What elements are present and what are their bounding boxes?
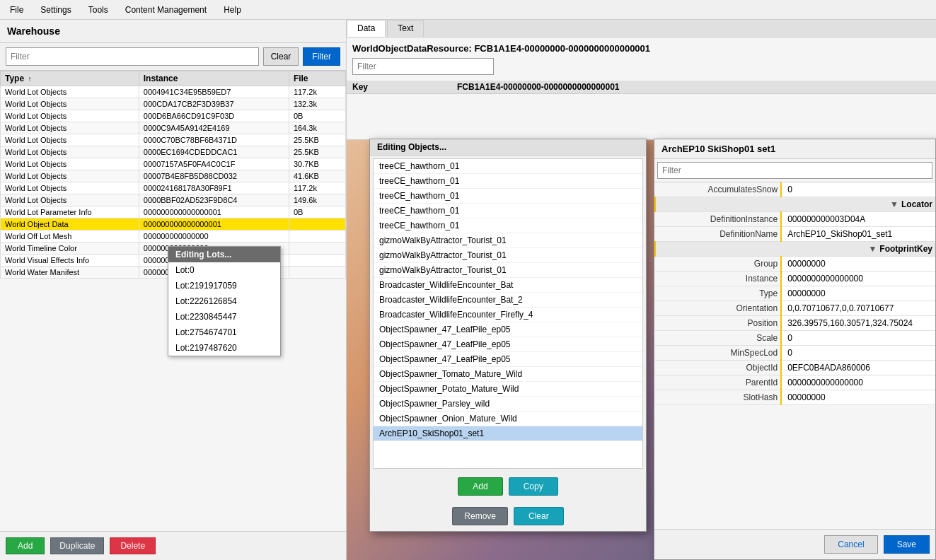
property-row: SlotHash00000000 <box>655 390 935 405</box>
table-row[interactable]: World Lot Objects0000EC1694CDEDDCAC125.5… <box>1 146 346 158</box>
data-table-header: Key FCB1A1E4-00000000-0000000000000001 <box>347 81 936 94</box>
key-col-header: Key <box>352 82 451 92</box>
warehouse-filter-input[interactable] <box>6 47 259 66</box>
table-row[interactable]: World Lot Objects00007B4E8FB5D88CD03241.… <box>1 170 346 182</box>
warehouse-buttons: Add Duplicate Delete <box>0 531 346 560</box>
table-row[interactable]: World Lot Objects000024168178A30F89F1117… <box>1 182 346 194</box>
list-item[interactable]: ObjectSpawner_Onion_Mature_Wild <box>374 412 642 426</box>
properties-bottom: Cancel Save <box>654 529 935 559</box>
list-item[interactable]: ArchEP10_SkiShop01_set1 <box>374 426 642 441</box>
context-menu-item-5[interactable]: Lot:2197487620 <box>168 340 280 356</box>
context-menu-item-4[interactable]: Lot:2754674701 <box>168 325 280 340</box>
editing-clear-button[interactable]: Clear <box>514 507 564 525</box>
property-row: ▼Locator <box>655 197 935 212</box>
list-item[interactable]: ObjectSpawner_47_LeafPile_ep05 <box>374 337 642 352</box>
warehouse-add-button[interactable]: Add <box>6 537 45 554</box>
col-type[interactable]: Type ↑ <box>1 71 139 86</box>
tab-text[interactable]: Text <box>387 20 424 37</box>
warehouse-title: Warehouse <box>0 20 346 43</box>
properties-cancel-button[interactable]: Cancel <box>824 535 877 554</box>
menu-content-management[interactable]: Content Management <box>121 4 211 16</box>
list-item[interactable]: ObjectSpawner_47_LeafPile_ep05 <box>374 322 642 337</box>
data-panel: Data Text WorldObjectDataResource: FCB1A… <box>347 20 936 140</box>
col-instance[interactable]: Instance <box>139 71 289 86</box>
properties-filter-input[interactable] <box>657 162 932 179</box>
menu-file[interactable]: File <box>6 4 28 16</box>
editing-remove-button[interactable]: Remove <box>452 507 508 525</box>
list-item[interactable]: ObjectSpawner_Tomato_Mature_Wild <box>374 367 642 382</box>
warehouse-duplicate-button[interactable]: Duplicate <box>50 537 104 554</box>
data-content: WorldObjectDataResource: FCB1A1E4-000000… <box>347 37 936 81</box>
list-item[interactable]: treeCE_hawthorn_01 <box>374 159 642 174</box>
context-menu-header: Editing Lots... <box>168 247 280 262</box>
warehouse-delete-button[interactable]: Delete <box>110 537 156 554</box>
property-row: AccumulatesSnow0 <box>655 182 935 197</box>
tabs: Data Text <box>347 20 936 37</box>
property-row: Type00000000 <box>655 286 935 301</box>
properties-table: AccumulatesSnow0▼LocatorDefinitionInstan… <box>654 182 935 405</box>
table-row[interactable]: World Lot Objects000CDA17CB2F3D39B37132.… <box>1 98 346 110</box>
menu-tools[interactable]: Tools <box>84 4 112 16</box>
list-item[interactable]: treeCE_hawthorn_01 <box>374 204 642 218</box>
editing-dialog-buttons: Add Copy <box>370 472 646 501</box>
properties-filter <box>654 159 935 182</box>
context-menu: Editing Lots... Lot:0 Lot:2191917059 Lot… <box>168 246 281 356</box>
property-row: ParentId0000000000000000 <box>655 375 935 390</box>
property-row: Instance0000000000000000 <box>655 272 935 286</box>
properties-title: ArchEP10 SkiShop01 set1 <box>654 139 935 159</box>
warehouse-clear-button[interactable]: Clear <box>263 47 299 66</box>
property-row: MinSpecLod0 <box>655 346 935 361</box>
properties-panel: ArchEP10 SkiShop01 set1 AccumulatesSnow0… <box>654 139 936 560</box>
list-item[interactable]: gizmoWalkByAttractor_Tourist_01 <box>374 233 642 248</box>
table-row[interactable]: World Lot Objects0000C70BC78BF6B4371D25.… <box>1 134 346 146</box>
data-filter-input[interactable] <box>352 58 494 75</box>
table-row[interactable]: World Lot Objects0000C9A45A9142E4169164.… <box>1 122 346 134</box>
property-row: DefinitionNameArchEP10_SkiShop01_set1 <box>655 227 935 242</box>
value-col-header: FCB1A1E4-00000000-0000000000000001 <box>457 82 620 92</box>
list-item[interactable]: ObjectSpawner_Potato_Mature_Wild <box>374 382 642 397</box>
editing-copy-button[interactable]: Copy <box>509 477 558 496</box>
properties-content: AccumulatesSnow0▼LocatorDefinitionInstan… <box>654 182 935 529</box>
table-row[interactable]: World Off Lot Mesh000000000000000 <box>1 231 346 243</box>
app-window: File Settings Tools Content Management H… <box>0 0 936 560</box>
context-menu-item-1[interactable]: Lot:2191917059 <box>168 278 280 293</box>
warehouse-filter-button[interactable]: Filter <box>303 47 340 66</box>
editing-dialog-list[interactable]: treeCE_hawthorn_01treeCE_hawthorn_01tree… <box>373 158 643 469</box>
list-item[interactable]: ObjectSpawner_Parsley_wild <box>374 397 642 412</box>
menu-settings[interactable]: Settings <box>36 4 75 16</box>
table-row[interactable]: World Lot Parameter Info0000000000000000… <box>1 206 346 218</box>
table-row[interactable]: World Lot Objects0000BBF02AD523F9D8C4149… <box>1 194 346 206</box>
editing-add-button[interactable]: Add <box>458 477 502 496</box>
editing-dialog: Editing Objects... treeCE_hawthorn_01tre… <box>369 139 647 532</box>
menu-help[interactable]: Help <box>219 4 245 16</box>
property-row: ObjectId0EFC0B4ADA860006 <box>655 361 935 375</box>
property-row: Group00000000 <box>655 257 935 272</box>
col-file[interactable]: File <box>289 71 345 86</box>
property-row: ▼FootprintKey <box>655 242 935 257</box>
list-item[interactable]: Broadcaster_WildlifeEncounter_Firefly_4 <box>374 308 642 322</box>
context-menu-item-2[interactable]: Lot:2226126854 <box>168 293 280 309</box>
list-item[interactable]: gizmoWalkByAttractor_Tourist_01 <box>374 248 642 263</box>
property-row: Position326.39575,160.30571,324.75024 <box>655 316 935 331</box>
list-item[interactable]: Broadcaster_WildlifeEncounter_Bat_2 <box>374 293 642 308</box>
list-item[interactable]: treeCE_hawthorn_01 <box>374 218 642 233</box>
editing-dialog-title: Editing Objects... <box>370 139 646 156</box>
property-row: Orientation0,0.70710677,0,0.70710677 <box>655 301 935 316</box>
tab-data[interactable]: Data <box>347 20 386 37</box>
table-row[interactable]: World Object Data000000000000000001 <box>1 218 346 231</box>
editing-dialog-buttons-2: Remove Clear <box>370 501 646 531</box>
list-item[interactable]: treeCE_hawthorn_01 <box>374 174 642 189</box>
context-menu-item-3[interactable]: Lot:2230845447 <box>168 309 280 325</box>
list-item[interactable]: ObjectSpawner_47_LeafPile_ep05 <box>374 352 642 367</box>
properties-save-button[interactable]: Save <box>884 535 930 554</box>
context-menu-item-0[interactable]: Lot:0 <box>168 262 280 278</box>
list-item[interactable]: gizmoWalkByAttractor_Tourist_01 <box>374 263 642 278</box>
list-item[interactable]: treeCE_hawthorn_01 <box>374 189 642 204</box>
table-row[interactable]: World Lot Objects000D6BA66CD91C9F03D0B <box>1 110 346 122</box>
table-row[interactable]: World Lot Objects0004941C34E95B59ED7117.… <box>1 86 346 98</box>
table-row[interactable]: World Lot Objects00007157A5F0FA4C0C1F30.… <box>1 158 346 170</box>
property-row: DefinitionInstance000000000003D04A <box>655 212 935 227</box>
menu-bar: File Settings Tools Content Management H… <box>0 0 936 20</box>
list-item[interactable]: Broadcaster_WildlifeEncounter_Bat <box>374 278 642 293</box>
resource-title: WorldObjectDataResource: FCB1A1E4-000000… <box>352 43 930 54</box>
